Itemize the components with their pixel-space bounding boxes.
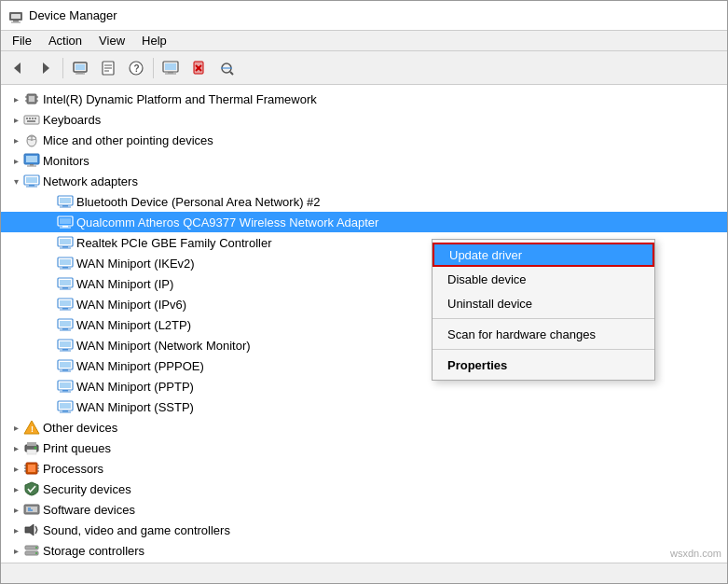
label-wan-pptp: WAN Miniport (PPTP) [76,380,194,394]
svg-rect-92 [60,412,71,413]
label-bluetooth: Bluetooth Device (Personal Area Network)… [76,195,321,209]
computer2-button[interactable] [158,55,184,81]
tree-item-software[interactable]: ▸ Software devices [1,499,727,520]
tree-item-storage[interactable]: ▸ Storage controllers [1,540,727,561]
svg-marker-111 [25,524,34,535]
expand-software[interactable]: ▸ [8,502,23,517]
svg-rect-67 [62,287,68,289]
expand-wan-pptp[interactable] [42,379,57,394]
icon-intel [23,91,40,106]
svg-rect-17 [165,63,176,70]
expand-mice[interactable]: ▸ [8,132,23,147]
expand-realtek[interactable] [42,235,57,250]
tree-item-other[interactable]: ▸ ! Other devices [1,417,727,438]
label-software: Software devices [43,503,135,517]
svg-rect-8 [77,72,83,74]
menu-action[interactable]: Action [41,32,89,49]
expand-wan-pppoe[interactable] [42,358,57,373]
icon-monitors [23,153,40,168]
tree-item-security[interactable]: ▸ Security devices [1,479,727,499]
tree-item-bluetooth[interactable]: Bluetooth Device (Personal Area Network)… [1,191,727,212]
svg-rect-36 [34,118,36,119]
label-other: Other devices [43,421,117,435]
svg-rect-35 [32,118,34,119]
expand-other[interactable]: ▸ [8,420,23,435]
icon-wan-ip [57,276,74,291]
tree-item-print[interactable]: ▸ Print queues [1,438,727,458]
label-wan-ikev2: WAN Miniport (IKEv2) [76,257,195,271]
expand-wan-l2tp[interactable] [42,317,57,332]
tree-item-keyboards[interactable]: ▸ Keyboards [1,109,727,130]
expand-storage[interactable]: ▸ [8,543,23,558]
expand-processors[interactable]: ▸ [8,461,23,476]
svg-rect-52 [60,207,71,208]
svg-rect-50 [60,198,71,203]
uninstall-button[interactable] [185,55,212,81]
title-icon [8,8,23,23]
ctx-disable-device[interactable]: Disable device [433,267,654,291]
expand-wan-netmon[interactable] [42,338,57,353]
icon-wan-netmon [57,338,74,353]
expand-wan-ipv6[interactable] [42,297,57,312]
computer-button[interactable] [67,55,93,81]
svg-rect-19 [165,73,176,74]
expand-network[interactable]: ▾ [8,174,23,188]
expand-keyboards[interactable]: ▸ [8,112,23,127]
toolbar-sep-1 [62,58,63,78]
tree-item-wan-sstp[interactable]: WAN Miniport (SSTP) [1,396,727,417]
expand-security[interactable]: ▸ [8,481,23,496]
tree-item-mice[interactable]: ▸ Mice and other pointing devices [1,130,727,150]
tree-item-monitors[interactable]: ▸ Monitors [1,150,727,171]
label-intel: Intel(R) Dynamic Platform and Thermal Fr… [43,92,317,106]
svg-rect-97 [27,450,36,454]
ctx-properties[interactable]: Properties [433,353,654,377]
label-wan-sstp: WAN Miniport (SSTP) [76,400,194,414]
ctx-update-driver[interactable]: Update driver [433,243,654,267]
svg-rect-43 [30,164,34,166]
svg-rect-9 [76,73,85,74]
ctx-uninstall-device[interactable]: Uninstall device [433,291,654,315]
icon-realtek [57,235,74,250]
expand-bluetooth[interactable] [42,194,57,209]
expand-wan-ikev2[interactable] [42,256,57,271]
tree-item-qualcomm[interactable]: Qualcomm Atheros QCA9377 Wireless Networ… [1,212,727,232]
ctx-sep-2 [433,349,654,350]
help-button[interactable]: ? [123,55,149,81]
svg-rect-48 [26,187,37,188]
expand-print[interactable]: ▸ [8,440,23,455]
icon-security [23,481,40,496]
tree-item-network[interactable]: ▾ Network adapters [1,171,727,191]
back-button[interactable] [5,55,31,81]
svg-rect-75 [62,328,68,330]
tree-item-sound[interactable]: ▸ Sound, video and game controllers [1,520,727,540]
svg-rect-78 [60,341,71,347]
scan-button[interactable] [213,55,240,81]
forward-button[interactable] [33,55,59,81]
expand-sound[interactable]: ▸ [8,522,23,537]
menu-view[interactable]: View [91,32,132,49]
expand-wan-ip[interactable] [42,276,57,291]
tree-item-intel[interactable]: ▸ Intel(R) Dynamic Platform and Thermal … [1,89,727,109]
expand-qualcomm[interactable] [42,215,57,229]
menu-help[interactable]: Help [134,32,174,49]
svg-rect-3 [11,21,21,22]
svg-rect-74 [60,321,71,327]
tree-item-processors[interactable]: ▸ Processors [1,458,727,479]
expand-wan-sstp[interactable] [42,399,57,414]
svg-rect-63 [62,267,68,269]
title-text: Device Manager [29,8,117,22]
ctx-scan-hardware[interactable]: Scan for hardware changes [433,322,654,346]
svg-rect-60 [60,248,71,249]
icon-sound [23,522,40,537]
expand-monitors[interactable]: ▸ [8,153,23,168]
svg-point-115 [35,552,37,554]
icon-storage [23,543,40,558]
properties-button[interactable] [95,55,121,81]
title-bar: Device Manager [1,1,727,31]
status-bar [1,563,727,583]
expand-intel[interactable]: ▸ [8,91,23,106]
icon-qualcomm [57,215,74,229]
menu-file[interactable]: File [5,32,39,49]
label-wan-netmon: WAN Miniport (Network Monitor) [76,339,251,353]
icon-software [23,502,40,517]
